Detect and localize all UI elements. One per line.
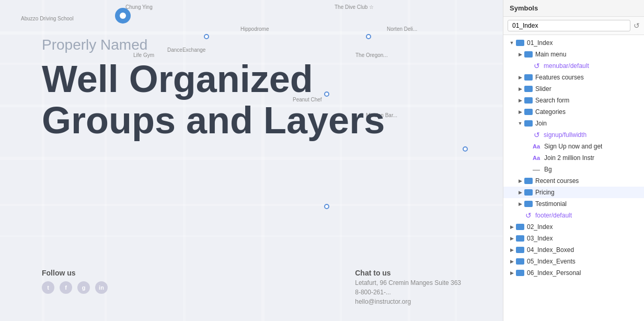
tree-item-label: signup/fullwidth xyxy=(544,131,586,139)
tree-item-label: Recent courses xyxy=(535,177,579,185)
tree-item-label: Testimonial xyxy=(535,200,567,208)
folder-icon xyxy=(524,178,533,184)
chevron-icon xyxy=(524,154,533,162)
canvas-footer: Follow us t f g in Chat to us Letafurt, … xyxy=(0,269,503,305)
tree-item-Join[interactable]: Join xyxy=(503,118,644,129)
map-label-2: The Dive Club ☆ xyxy=(335,4,374,10)
footer-phone: 8-800-261-... xyxy=(355,289,461,296)
chevron-icon xyxy=(508,246,516,254)
chevron-icon xyxy=(524,62,533,70)
tree-item-06_Index_Personal[interactable]: 06_Index_Personal xyxy=(503,267,644,279)
tree-item-Slider[interactable]: Slider xyxy=(503,83,644,95)
tree-item-label: 01_Index xyxy=(527,39,553,47)
map-pin-blue xyxy=(115,8,131,24)
tree-item-Join-2-text[interactable]: AaJoin 2 million Instr xyxy=(503,152,644,164)
map-label-4: Norten Deli... xyxy=(387,26,417,32)
tree-item-label: Join 2 million Instr xyxy=(544,154,594,162)
tree-item-label: Features courses xyxy=(535,74,584,81)
chevron-icon xyxy=(524,131,533,139)
search-input[interactable] xyxy=(508,20,630,31)
chevron-icon xyxy=(516,96,524,105)
tree-item-label: menubar/default xyxy=(544,62,589,70)
tree-item-05_Index_Events[interactable]: 05_Index_Events xyxy=(503,256,644,267)
tree-item-menubar-default[interactable]: ↺menubar/default xyxy=(503,60,644,72)
folder-icon xyxy=(524,120,533,127)
canvas-text-overlay: Properly Named Well Organized Groups and… xyxy=(42,37,450,141)
canvas-subtitle: Properly Named xyxy=(42,37,450,53)
tree-item-footer-default[interactable]: ↺footer/default xyxy=(503,210,644,221)
folder-icon xyxy=(516,258,524,265)
tree-item-Bg[interactable]: —Bg xyxy=(503,164,644,175)
chevron-icon xyxy=(516,50,524,59)
refresh-button[interactable]: ↺ xyxy=(634,21,640,30)
chevron-icon xyxy=(516,73,524,82)
panel-header: Symbols xyxy=(503,0,644,17)
twitter-icon: t xyxy=(42,281,54,294)
footer-email: hello@instructor.org xyxy=(355,298,461,305)
folder-icon xyxy=(524,51,533,58)
chevron-icon xyxy=(508,223,516,231)
symbols-panel: Symbols ↺ 01_IndexMain menu↺menubar/defa… xyxy=(503,0,644,321)
tree-item-Recent-courses[interactable]: Recent courses xyxy=(503,175,644,187)
chevron-icon xyxy=(508,39,516,47)
tree-item-Main-menu[interactable]: Main menu xyxy=(503,49,644,60)
tree-item-label: 05_Index_Events xyxy=(527,258,576,265)
tree-item-signup-fullwidth[interactable]: ↺signup/fullwidth xyxy=(503,129,644,141)
tree-item-Sign-Up-text[interactable]: AaSign Up now and get xyxy=(503,141,644,152)
tree-item-label: footer/default xyxy=(535,212,572,219)
component-icon: ↺ xyxy=(533,131,541,139)
google-icon: g xyxy=(77,281,90,294)
chevron-icon xyxy=(524,165,533,174)
tree-item-03_Index[interactable]: 03_Index xyxy=(503,233,644,244)
tree-item-label: 03_Index xyxy=(527,235,553,242)
panel-search-bar: ↺ xyxy=(503,17,644,35)
text-icon: Aa xyxy=(533,155,542,161)
canvas-area: Chung Ying The Dive Club ☆ Hippodrome No… xyxy=(0,0,503,321)
chevron-icon xyxy=(516,200,524,208)
chat-to-us-label: Chat to us xyxy=(355,269,461,277)
text-icon: Aa xyxy=(533,143,542,150)
folder-icon xyxy=(524,189,533,196)
tree-item-01_Index[interactable]: 01_Index xyxy=(503,37,644,49)
footer-left: Follow us t f g in xyxy=(42,269,108,305)
tree-item-Testimonial[interactable]: Testimonial xyxy=(503,198,644,210)
tree-item-label: 02_Index xyxy=(527,223,553,231)
map-label-3: Hippodrome xyxy=(240,26,269,32)
facebook-icon: f xyxy=(60,281,72,294)
map-label-1: Chung Ying xyxy=(125,4,153,10)
chevron-icon xyxy=(508,269,516,277)
tree-item-label: Join xyxy=(535,120,547,127)
tree-item-04_Index_Boxed[interactable]: 04_Index_Boxed xyxy=(503,244,644,256)
map-label-9: Abuzzo Driving School xyxy=(21,16,74,21)
tree-item-Search-form[interactable]: Search form xyxy=(503,95,644,106)
chevron-icon xyxy=(508,234,516,243)
folder-icon xyxy=(524,86,533,92)
folder-icon xyxy=(516,224,524,230)
tree-item-label: Slider xyxy=(535,85,551,93)
social-icons: t f g in xyxy=(42,281,108,294)
chevron-icon xyxy=(516,211,524,220)
follow-us-label: Follow us xyxy=(42,269,108,277)
tree-item-label: 04_Index_Boxed xyxy=(527,246,574,254)
tree-container[interactable]: 01_IndexMain menu↺menubar/defaultFeature… xyxy=(503,35,644,321)
folder-icon xyxy=(524,97,533,104)
folder-icon xyxy=(516,235,524,242)
chevron-icon xyxy=(516,188,524,197)
tree-item-Pricing[interactable]: Pricing xyxy=(503,187,644,198)
canvas-title: Well Organized Groups and Layers xyxy=(42,59,450,141)
component-icon: ↺ xyxy=(533,62,541,70)
component-icon: ↺ xyxy=(524,211,533,220)
linkedin-icon: in xyxy=(95,281,108,294)
tree-item-label: 06_Index_Personal xyxy=(527,269,581,277)
shape-icon: — xyxy=(533,165,542,174)
tree-item-02_Index[interactable]: 02_Index xyxy=(503,221,644,233)
footer-address: Letafurt, 96 Cremin Manges Suite 363 xyxy=(355,279,461,286)
tree-item-label: Categories xyxy=(535,108,566,116)
map-pin-4 xyxy=(463,146,468,152)
tree-item-Features-courses[interactable]: Features courses xyxy=(503,72,644,83)
tree-item-label: Search form xyxy=(535,97,569,104)
folder-icon xyxy=(524,109,533,115)
tree-item-Categories[interactable]: Categories xyxy=(503,106,644,118)
folder-icon xyxy=(516,40,524,46)
chevron-icon xyxy=(516,108,524,116)
